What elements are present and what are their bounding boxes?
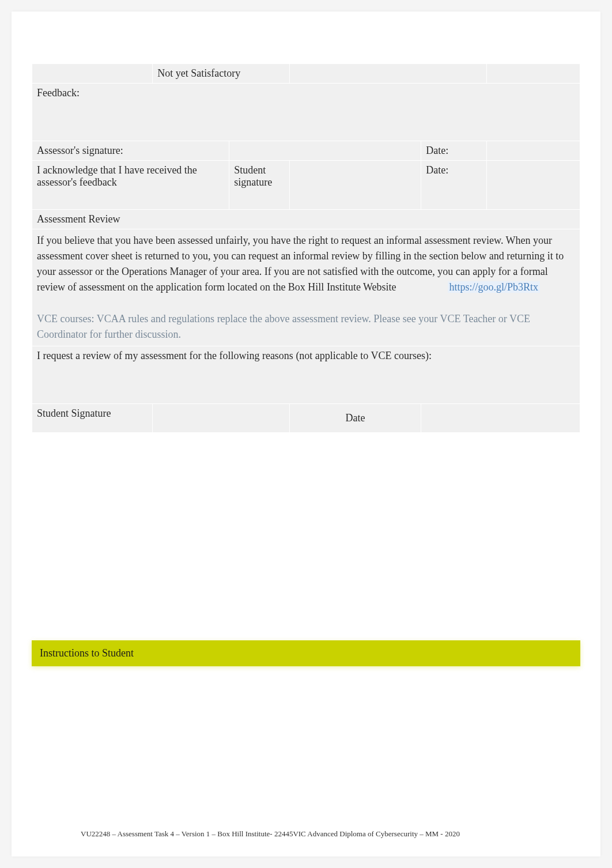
- assessment-review-header-row: Assessment Review: [32, 210, 580, 229]
- not-yet-satisfactory-cell: Not yet Satisfactory: [153, 64, 290, 84]
- not-yet-satisfactory-label: Not yet Satisfactory: [157, 67, 240, 79]
- acknowledgement-text: I acknowledge that I have received the a…: [37, 164, 197, 188]
- review-request-cell[interactable]: I request a review of my assessment for …: [32, 346, 580, 404]
- ack-date-input[interactable]: [487, 161, 580, 210]
- footer-text: VU22248 – Assessment Task 4 – Version 1 …: [81, 829, 460, 838]
- student-signature-input[interactable]: [289, 161, 421, 210]
- assessor-date-label: Date:: [426, 145, 448, 156]
- review-signature-row: Student Signature Date: [32, 404, 580, 433]
- vce-note: VCE courses: VCAA rules and regulations …: [37, 313, 530, 340]
- student-signature-label: Student signature: [234, 164, 272, 188]
- feedback-label: Feedback:: [37, 87, 80, 99]
- review-request-row: I request a review of my assessment for …: [32, 346, 580, 404]
- student-signature-input-2[interactable]: [153, 404, 290, 433]
- review-request-label: I request a review of my assessment for …: [37, 350, 432, 361]
- empty-cell: [32, 64, 153, 84]
- student-signature-label-2: Student Signature: [37, 407, 111, 419]
- review-link[interactable]: https://goo.gl/Pb3Rtx: [448, 281, 541, 293]
- page-footer: VU22248 – Assessment Task 4 – Version 1 …: [81, 829, 531, 839]
- assessor-signature-input[interactable]: [229, 141, 421, 161]
- document-page: Not yet Satisfactory Feedback: Assessor'…: [12, 12, 600, 856]
- assessment-review-body-cell: If you believe that you have been assess…: [32, 229, 580, 346]
- review-date-input[interactable]: [421, 404, 580, 433]
- outcome-row: Not yet Satisfactory: [32, 64, 580, 84]
- instructions-heading: Instructions to Student: [40, 647, 134, 659]
- acknowledgement-text-cell: I acknowledge that I have received the a…: [32, 161, 229, 210]
- assessment-review-header-cell: Assessment Review: [32, 210, 580, 229]
- assessment-table: Not yet Satisfactory Feedback: Assessor'…: [32, 63, 580, 433]
- review-date-label-cell: Date: [289, 404, 421, 433]
- assessment-review-body-row: If you believe that you have been assess…: [32, 229, 580, 346]
- assessment-review-header: Assessment Review: [37, 213, 120, 225]
- assessor-signature-row: Assessor's signature: Date:: [32, 141, 580, 161]
- empty-cell: [487, 64, 580, 84]
- review-date-label: Date: [346, 412, 365, 424]
- top-spacer: [32, 29, 580, 63]
- instructions-heading-bar: Instructions to Student: [32, 640, 580, 666]
- assessor-signature-label-cell: Assessor's signature:: [32, 141, 229, 161]
- empty-cell: [289, 64, 486, 84]
- ack-date-label-cell: Date:: [421, 161, 487, 210]
- student-signature-label-cell-2: Student Signature: [32, 404, 153, 433]
- ack-date-label: Date:: [426, 164, 448, 176]
- student-signature-label-cell: Student signature: [229, 161, 290, 210]
- feedback-cell[interactable]: Feedback:: [32, 84, 580, 141]
- assessor-date-label-cell: Date:: [421, 141, 487, 161]
- acknowledgement-row: I acknowledge that I have received the a…: [32, 161, 580, 210]
- assessor-signature-label: Assessor's signature:: [37, 145, 123, 156]
- assessor-date-input[interactable]: [487, 141, 580, 161]
- feedback-row: Feedback:: [32, 84, 580, 141]
